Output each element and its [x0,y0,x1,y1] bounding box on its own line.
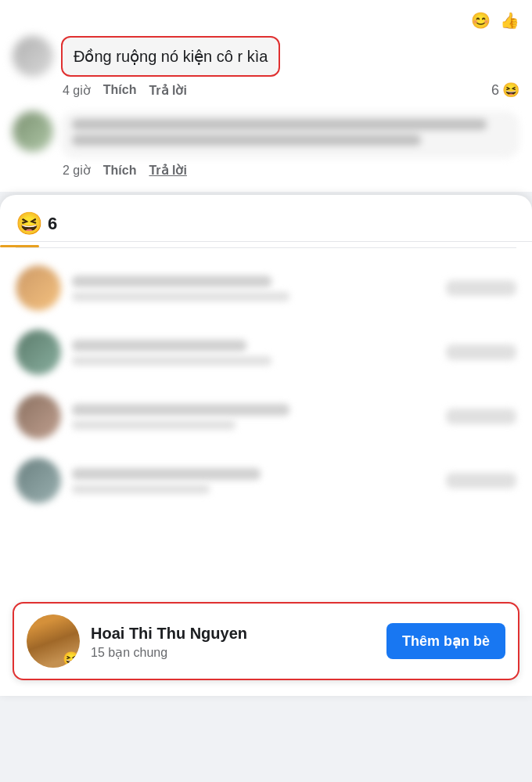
comment-text-1: Đồng ruộng nó kiện cô r kìa [74,48,268,65]
reaction-count-1: 6 😆 [491,81,519,99]
friend-avatar: 😆 [27,614,80,668]
reaction-avatar-2 [16,330,61,375]
comment-time-1: 4 giờ [63,83,91,98]
reaction-item-3 [16,384,516,449]
reaction-emoji-1: 😆 [502,81,519,99]
top-section: 😊 👍 Đồng ruộng nó kiện cô r kìa 4 giờ Th… [0,0,532,192]
reaction-list [0,248,532,521]
reaction-name-block-4 [72,468,435,494]
reaction-action-blur-3 [446,409,516,424]
like-button-1[interactable]: Thích [103,83,137,97]
friend-emoji-badge: 😆 [63,650,80,668]
reaction-avatar-1 [16,265,61,311]
reaction-panel-header: 😆 6 [0,195,532,242]
reaction-avatar-4 [16,458,61,503]
friend-name: Hoai Thi Thu Nguyen [91,623,376,643]
reaction-action-blur-2 [446,344,516,360]
reaction-name-block-3 [72,404,435,430]
reaction-name-block-2 [72,340,435,366]
avatar-1 [13,36,53,77]
reply-button-2[interactable]: Trả lời [149,163,186,178]
avatar-2 [13,111,53,152]
comment-body-1: Đồng ruộng nó kiện cô r kìa 4 giờ Thích … [61,36,519,99]
comment-row-2: 2 giờ Thích Trả lời [0,105,532,184]
emoji-icon-1: 😊 [471,11,491,30]
comment-row-1: Đồng ruộng nó kiện cô r kìa 4 giờ Thích … [0,30,532,105]
comment-time-2: 2 giờ [63,163,91,178]
comment-actions-2: 2 giờ Thích Trả lời [61,163,519,178]
comment-highlighted-bubble: Đồng ruộng nó kiện cô r kìa [61,36,280,77]
thumbs-up-icon: 👍 [500,11,519,30]
reaction-name-block-1 [72,276,435,301]
like-button-2[interactable]: Thích [103,164,137,178]
top-action-row: 😊 👍 [0,8,532,30]
reaction-item-4 [16,449,516,513]
comment-bubble-blurred [61,111,519,158]
add-friend-button[interactable]: Thêm bạn bè [386,623,505,659]
reaction-item-2 [16,320,516,384]
comment-actions-1: 4 giờ Thích Trả lời 6 😆 [61,81,519,99]
reaction-action-blur-4 [446,473,516,488]
friend-info: Hoai Thi Thu Nguyen 15 bạn chung [91,623,376,660]
reaction-panel-count: 6 [48,214,57,234]
reaction-panel-emoji: 😆 [16,211,43,236]
reaction-item-1 [16,256,516,320]
reaction-count-number: 6 [491,82,499,99]
reaction-action-blur-1 [446,280,516,296]
reaction-panel: 😆 6 [0,195,532,696]
reaction-avatar-3 [16,394,61,439]
reply-button-1[interactable]: Trả lời [149,83,186,98]
friend-suggestion: 😆 Hoai Thi Thu Nguyen 15 bạn chung Thêm … [13,602,519,680]
comment-body-2: 2 giờ Thích Trả lời [61,111,519,178]
friend-mutual: 15 bạn chung [91,645,376,660]
top-icons: 😊 👍 [471,11,519,30]
